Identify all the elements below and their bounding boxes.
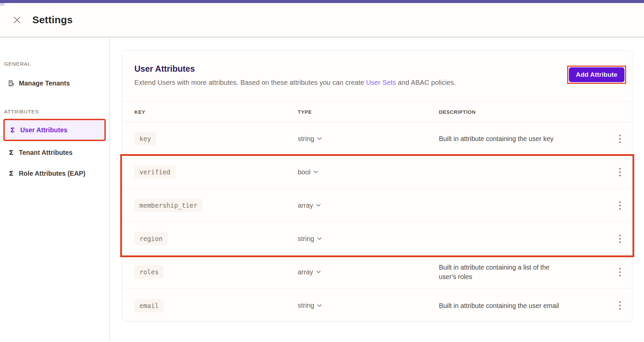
attribute-description: Built in attribute containing the user e… [439, 301, 571, 310]
table-row: email string Built in attribute containi… [122, 289, 632, 322]
type-dropdown[interactable]: array [298, 268, 321, 276]
sidebar-item-label: Manage Tenants [19, 79, 70, 87]
type-value: array [298, 202, 313, 209]
user-attributes-card: User Attributes Extend Users with more a… [122, 50, 633, 322]
kebab-menu-icon[interactable] [617, 199, 623, 212]
annotation-button-highlight: Add Attribute [567, 66, 626, 84]
type-value: array [298, 268, 313, 276]
type-value: string [298, 135, 314, 143]
table-rows: key string Built in attribute containing… [122, 122, 632, 322]
type-dropdown[interactable]: string [298, 135, 322, 143]
sidebar-item-user-attributes[interactable]: Σ User Attributes [5, 120, 104, 140]
card-description: Extend Users with more attributes. Based… [134, 79, 456, 87]
kebab-menu-icon[interactable] [617, 299, 623, 312]
sidebar-section-general: GENERAL [4, 61, 106, 67]
attribute-key-chip: key [134, 132, 156, 145]
chevron-down-icon [317, 304, 322, 307]
type-dropdown[interactable]: bool [298, 168, 318, 176]
chevron-down-icon [317, 237, 322, 240]
kebab-menu-icon[interactable] [617, 133, 623, 145]
sidebar-section-attributes: ATTRIBUTES [4, 109, 106, 115]
attribute-key-chip: membership_tier [134, 199, 202, 212]
chevron-down-icon [316, 271, 321, 273]
table-header: KEY TYPE DESCRIPTION [122, 101, 632, 122]
settings-sidebar: GENERAL Manage Tenants ATTRIBUTES Σ User… [0, 37, 110, 341]
type-dropdown[interactable]: string [298, 235, 322, 243]
close-icon [13, 16, 21, 24]
type-value: bool [298, 168, 311, 176]
kebab-menu-icon[interactable] [617, 233, 623, 245]
sidebar-item-label: Role Attributes (EAP) [19, 170, 86, 177]
type-dropdown[interactable]: array [298, 202, 321, 209]
sigma-icon: Σ [9, 126, 16, 134]
column-header-type: TYPE [298, 109, 439, 115]
type-dropdown[interactable]: string [298, 302, 322, 309]
chevron-down-icon [316, 204, 321, 207]
attribute-key-chip: verified [134, 165, 175, 179]
attribute-key-chip: roles [134, 265, 164, 279]
card-title: User Attributes [134, 64, 456, 74]
table-row: membership_tier array [122, 189, 632, 222]
table-row: region string [122, 222, 632, 255]
user-sets-link[interactable]: User Sets [366, 79, 396, 86]
chevron-down-icon [317, 137, 322, 140]
attribute-description: Built in attribute containing the user k… [439, 134, 571, 143]
sidebar-item-label: User Attributes [20, 126, 67, 134]
chevron-down-icon [314, 171, 318, 173]
card-header: User Attributes Extend Users with more a… [122, 50, 632, 101]
attribute-key-chip: email [134, 299, 164, 312]
add-attribute-button[interactable]: Add Attribute [569, 67, 624, 82]
description-text: Extend Users with more attributes. Based… [134, 79, 366, 86]
top-accent-bar [0, 0, 644, 3]
sidebar-item-label: Tenant Attributes [19, 149, 72, 157]
annotation-sidebar-highlight: Σ User Attributes [3, 119, 106, 141]
building-icon [7, 80, 15, 87]
topbar-notch [0, 3, 4, 6]
close-button[interactable] [13, 16, 21, 24]
table-row: verified bool [122, 156, 632, 189]
kebab-menu-icon[interactable] [617, 166, 623, 178]
sidebar-item-manage-tenants[interactable]: Manage Tenants [3, 76, 106, 91]
sigma-icon: Σ [7, 148, 15, 157]
table-row: roles array Built in attribute containin… [122, 255, 632, 289]
sidebar-item-tenant-attributes[interactable]: Σ Tenant Attributes [3, 144, 106, 161]
settings-header: Settings [0, 3, 644, 37]
sigma-icon: Σ [7, 169, 15, 177]
table-row: key string Built in attribute containing… [122, 122, 632, 156]
page-title: Settings [32, 14, 73, 26]
kebab-menu-icon[interactable] [617, 266, 623, 278]
type-value: string [298, 235, 314, 243]
type-value: string [298, 302, 314, 309]
column-header-description: DESCRIPTION [439, 109, 607, 115]
sidebar-item-role-attributes[interactable]: Σ Role Attributes (EAP) [3, 165, 106, 181]
attribute-key-chip: region [134, 232, 168, 245]
column-header-key: KEY [134, 109, 298, 115]
attribute-description: Built in attribute containing a list of … [439, 263, 571, 281]
main-content: User Attributes Extend Users with more a… [110, 37, 644, 341]
description-text: and ABAC policies. [396, 79, 456, 86]
